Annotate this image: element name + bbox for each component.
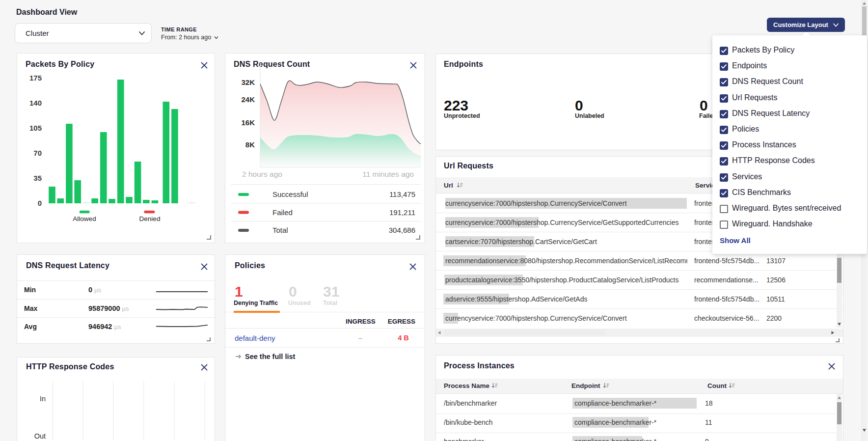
svg-text:11 minutes ago: 11 minutes ago (362, 170, 414, 178)
svg-text:113,475: 113,475 (389, 190, 415, 198)
svg-text:35: 35 (33, 174, 42, 182)
svg-text:175: 175 (29, 74, 42, 82)
svg-text:8K: 8K (245, 140, 255, 149)
svg-text:Successful: Successful (272, 190, 308, 198)
svg-text:Allowed: Allowed (73, 215, 96, 222)
svg-text:Denied: Denied (139, 215, 161, 222)
svg-text:2 hours ago: 2 hours ago (242, 170, 282, 178)
svg-text:Total: Total (272, 226, 288, 234)
svg-text:16K: 16K (241, 118, 255, 127)
svg-text:70: 70 (33, 149, 42, 157)
svg-text:32K: 32K (241, 78, 255, 86)
svg-text:Out: Out (34, 432, 46, 440)
svg-text:191,211: 191,211 (389, 208, 415, 217)
svg-text:In: In (40, 395, 46, 403)
svg-text:140: 140 (29, 99, 42, 107)
svg-text:24K: 24K (241, 95, 255, 104)
svg-text:0: 0 (38, 199, 42, 207)
svg-text:105: 105 (29, 124, 42, 132)
svg-text:304,686: 304,686 (389, 226, 415, 234)
svg-text:Failed: Failed (272, 208, 293, 217)
